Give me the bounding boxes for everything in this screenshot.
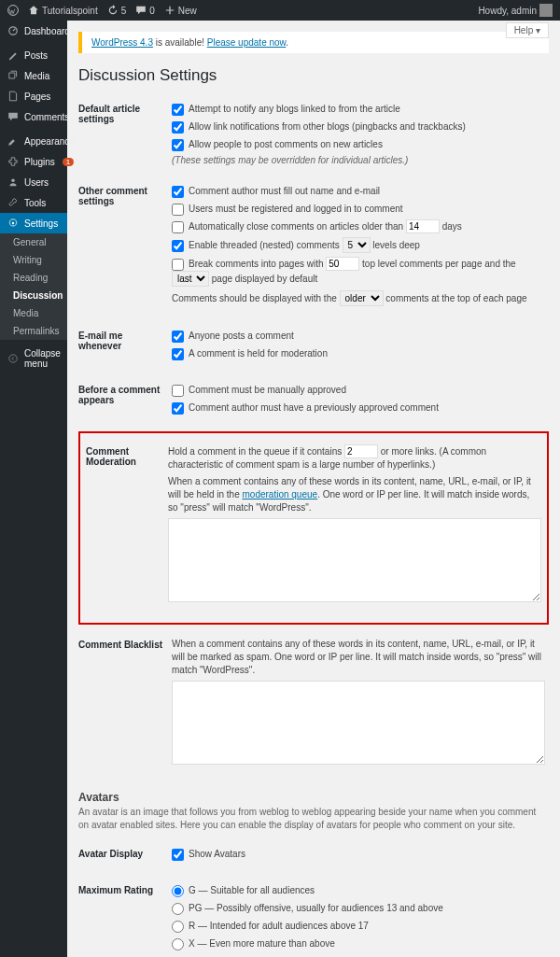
admin-toolbar: Tutorialspoint 5 0 New Howdy, admin: [0, 0, 560, 21]
default-page-select[interactable]: last: [172, 271, 209, 287]
blacklist-hint: When a comment contains any of these wor…: [172, 638, 549, 677]
submenu-reading[interactable]: Reading: [0, 269, 67, 287]
rating-g[interactable]: G — Suitable for all audiences: [172, 883, 549, 897]
rating-pg[interactable]: PG — Possibly offensive, usually for aud…: [172, 901, 549, 915]
svg-point-2: [11, 178, 15, 182]
moderation-keys-textarea[interactable]: [168, 518, 541, 602]
menu-users[interactable]: Users: [0, 172, 67, 192]
threaded-levels-select[interactable]: 5: [343, 237, 371, 253]
rating-r[interactable]: R — Intended for adult audiences above 1…: [172, 919, 549, 933]
opt-show-avatars[interactable]: Show Avatars: [172, 847, 549, 861]
updates-link[interactable]: 5: [107, 5, 127, 16]
row-other-comment: Other comment settings: [78, 178, 172, 323]
opt-trackback[interactable]: Allow link notifications from other blog…: [172, 120, 549, 134]
mod-words-hint: When a comment contains any of these wor…: [168, 475, 541, 514]
comments-link[interactable]: 0: [135, 5, 155, 16]
row-before-appears: Before a comment appears: [78, 377, 172, 431]
row-default-article: Default article settings: [78, 96, 172, 178]
opt-order: Comments should be displayed with the ol…: [172, 290, 549, 306]
comment-order-select[interactable]: older: [340, 290, 384, 306]
opt-threaded[interactable]: Enable threaded (nested) comments 5 leve…: [172, 237, 549, 253]
opt-manual-approve[interactable]: Comment must be manually approved: [172, 383, 549, 397]
update-nag: WordPress 4.3 is available! Please updat…: [78, 32, 549, 53]
update-now-link[interactable]: Please update now: [207, 37, 287, 48]
admin-sidebar: Dashboard Posts Media Pages Comments App…: [0, 21, 67, 957]
collapse-menu[interactable]: Collapse menu: [0, 344, 67, 373]
mod-links-hint: Hold a comment in the queue if it contai…: [168, 444, 541, 471]
rating-x[interactable]: X — Even more mature than above: [172, 936, 549, 950]
svg-point-4: [9, 355, 17, 362]
blacklist-keys-textarea[interactable]: [172, 681, 545, 765]
submenu-permalinks[interactable]: Permalinks: [0, 322, 67, 340]
autoclose-days-input[interactable]: [406, 219, 440, 233]
opt-pingback[interactable]: Attempt to notify any blogs linked to fr…: [172, 102, 549, 116]
menu-posts[interactable]: Posts: [0, 45, 67, 65]
opt-paged[interactable]: Break comments into pages with top level…: [172, 257, 549, 287]
avatars-heading: Avatars: [78, 791, 549, 804]
row-blacklist: Comment Blacklist: [78, 632, 172, 780]
row-moderation: Comment Moderation: [86, 439, 168, 617]
row-max-rating: Maximum Rating: [78, 878, 172, 957]
submenu-discussion[interactable]: Discussion: [0, 287, 67, 304]
menu-dashboard[interactable]: Dashboard: [0, 21, 67, 41]
opt-email-held[interactable]: A comment is held for moderation: [172, 346, 549, 360]
menu-appearance[interactable]: Appearance: [0, 131, 67, 151]
menu-pages[interactable]: Pages: [0, 86, 67, 106]
submenu-writing[interactable]: Writing: [0, 251, 67, 269]
moderation-queue-link[interactable]: moderation queue: [243, 489, 318, 500]
new-content-link[interactable]: New: [164, 5, 197, 16]
opt-email-anyone[interactable]: Anyone posts a comment: [172, 329, 549, 343]
mod-links-input[interactable]: [344, 444, 378, 458]
row-avatar-display: Avatar Display: [78, 841, 172, 878]
menu-tools[interactable]: Tools: [0, 192, 67, 213]
menu-media[interactable]: Media: [0, 65, 67, 86]
opt-prev-approved[interactable]: Comment author must have a previously ap…: [172, 401, 549, 415]
site-name-link[interactable]: Tutorialspoint: [28, 5, 98, 16]
override-note: (These settings may be overridden for in…: [172, 155, 549, 165]
perpage-input[interactable]: [326, 257, 359, 271]
wp-logo-icon[interactable]: [7, 5, 19, 16]
update-version-link[interactable]: WordPress 4.3: [91, 37, 153, 48]
menu-plugins[interactable]: Plugins1: [0, 151, 67, 172]
page-title: Discussion Settings: [78, 66, 549, 85]
opt-registered[interactable]: Users must be registered and logged in t…: [172, 202, 549, 216]
row-email-me: E-mail me whenever: [78, 323, 172, 377]
menu-settings[interactable]: Settings: [0, 213, 67, 233]
menu-comments[interactable]: Comments: [0, 106, 67, 127]
help-tab[interactable]: Help ▾: [506, 22, 549, 38]
main-content: Help ▾ WordPress 4.3 is available! Pleas…: [67, 21, 560, 957]
comment-moderation-highlight: Comment Moderation Hold a comment in the…: [78, 431, 549, 625]
opt-allow-comments[interactable]: Allow people to post comments on new art…: [172, 137, 549, 151]
settings-submenu: General Writing Reading Discussion Media…: [0, 233, 67, 340]
avatars-desc: An avatar is an image that follows you f…: [78, 806, 549, 832]
opt-name-email[interactable]: Comment author must fill out name and e-…: [172, 184, 549, 198]
opt-autoclose[interactable]: Automatically close comments on articles…: [172, 219, 549, 233]
svg-point-3: [12, 222, 14, 224]
submenu-general[interactable]: General: [0, 233, 67, 251]
submenu-media[interactable]: Media: [0, 304, 67, 322]
howdy-account[interactable]: Howdy, admin: [478, 4, 553, 17]
